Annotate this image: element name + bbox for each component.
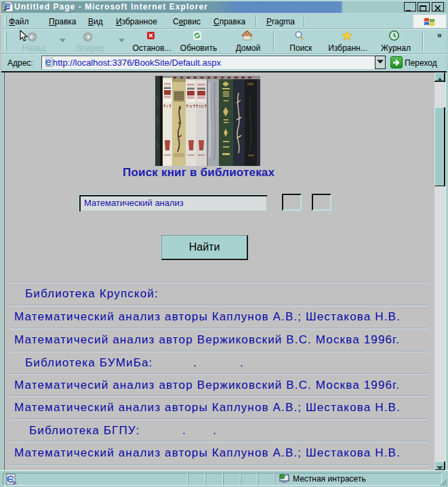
svg-text:✝III✝: ✝III✝ bbox=[195, 104, 208, 109]
svg-text:✝I✝: ✝I✝ bbox=[163, 104, 172, 109]
